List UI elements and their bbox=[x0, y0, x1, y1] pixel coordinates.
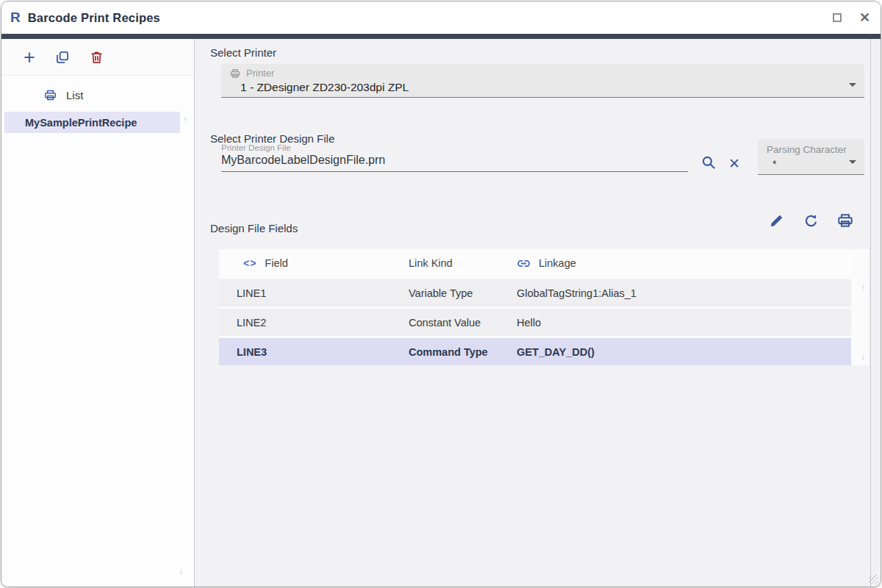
clear-file-button[interactable]: ✕ bbox=[728, 155, 740, 172]
resize-grip-icon[interactable] bbox=[869, 575, 878, 584]
sidebar-item-list[interactable]: List bbox=[1, 82, 194, 108]
column-link-kind-label: Link Kind bbox=[409, 257, 453, 269]
sidebar-toolbar: + bbox=[1, 39, 194, 75]
titlebar: R Barcode Print Recipes ✕ bbox=[1, 1, 881, 34]
print-fields-button[interactable] bbox=[837, 212, 853, 229]
sidebar-item-recipe[interactable]: MySamplePrintRecipe bbox=[4, 112, 180, 133]
table-scroll-up-icon[interactable]: ↑ bbox=[861, 282, 866, 293]
cell-field: LINE1 bbox=[219, 287, 409, 299]
cell-link-kind: Command Type bbox=[409, 346, 517, 358]
clear-x-icon: ✕ bbox=[728, 155, 740, 172]
trash-icon bbox=[90, 50, 104, 65]
recipe-name: MySamplePrintRecipe bbox=[25, 117, 137, 129]
design-file-fields-heading: Design File Fields bbox=[210, 222, 298, 234]
sidebar-scroll-up-icon[interactable]: ↑ bbox=[183, 114, 188, 126]
sidebar: + bbox=[1, 39, 195, 587]
parsing-character-label: Parsing Character bbox=[767, 144, 864, 155]
close-icon[interactable]: ✕ bbox=[859, 11, 870, 24]
refresh-icon bbox=[803, 213, 819, 229]
delete-recipe-button[interactable] bbox=[90, 50, 104, 65]
pencil-icon bbox=[769, 213, 784, 229]
cell-field: LINE3 bbox=[219, 346, 409, 358]
window-title: Barcode Print Recipes bbox=[28, 11, 160, 25]
cell-field: LINE2 bbox=[219, 317, 409, 329]
copy-icon bbox=[55, 50, 70, 65]
title-divider-bar bbox=[1, 34, 881, 39]
column-linkage-label: Linkage bbox=[539, 257, 576, 269]
column-linkage: Linkage bbox=[517, 257, 851, 270]
cell-linkage: Hello bbox=[517, 317, 851, 329]
design-file-value: MyBarcodeLabelDesignFile.prn bbox=[221, 154, 688, 172]
maximize-icon[interactable] bbox=[833, 13, 842, 22]
window-scroll-track[interactable] bbox=[870, 39, 871, 587]
app-logo: R bbox=[10, 10, 21, 26]
table-row[interactable]: LINE3 Command Type GET_DAY_DD() bbox=[219, 338, 851, 365]
column-field: <> Field bbox=[219, 257, 409, 269]
link-icon bbox=[517, 257, 531, 270]
printer-selected-value: 1 - ZDesigner ZD230-203dpi ZPL bbox=[240, 81, 864, 94]
browse-file-button[interactable] bbox=[700, 154, 717, 171]
add-recipe-button[interactable]: + bbox=[24, 50, 35, 65]
printer-field-label: Printer bbox=[246, 68, 274, 79]
fields-table: <> Field Link Kind bbox=[219, 249, 869, 365]
select-printer-heading: Select Printer bbox=[210, 46, 276, 59]
refresh-fields-button[interactable] bbox=[803, 212, 819, 229]
chevron-down-icon bbox=[849, 160, 856, 164]
main-panel: Select Printer Printer 1 - ZDesigner ZD2… bbox=[195, 39, 881, 587]
chevron-down-icon bbox=[849, 83, 856, 87]
cell-linkage: GET_DAY_DD() bbox=[517, 346, 851, 358]
printer-dropdown[interactable]: Printer 1 - ZDesigner ZD230-203dpi ZPL bbox=[221, 64, 864, 98]
column-field-label: Field bbox=[265, 257, 287, 269]
column-link-kind: Link Kind bbox=[409, 257, 517, 269]
table-row[interactable]: LINE1 Variable Type GlobalTagString1:Ali… bbox=[219, 279, 851, 306]
fields-action-toolbar bbox=[768, 212, 853, 229]
code-icon: <> bbox=[243, 257, 257, 269]
sidebar-scroll-down-icon[interactable]: ↓ bbox=[179, 564, 184, 576]
printer-icon bbox=[837, 212, 853, 229]
table-row[interactable]: LINE2 Constant Value Hello bbox=[219, 309, 851, 336]
cell-link-kind: Constant Value bbox=[409, 317, 517, 329]
search-icon bbox=[700, 154, 717, 171]
cell-link-kind: Variable Type bbox=[409, 287, 517, 299]
window-controls: ✕ bbox=[833, 11, 870, 24]
table-scroll-down-icon[interactable]: ↓ bbox=[861, 351, 866, 362]
printer-icon bbox=[44, 89, 57, 101]
cell-linkage: GlobalTagString1:Alias_1 bbox=[517, 287, 851, 299]
printer-dropdown-label-row: Printer bbox=[230, 68, 864, 79]
app-window: R Barcode Print Recipes ✕ + bbox=[1, 1, 881, 587]
duplicate-recipe-button[interactable] bbox=[55, 50, 70, 65]
edit-fields-button[interactable] bbox=[768, 212, 784, 229]
parsing-character-dropdown[interactable]: Parsing Character * bbox=[758, 139, 864, 175]
list-item-label: List bbox=[66, 89, 83, 101]
design-file-input[interactable]: Printer Design File MyBarcodeLabelDesign… bbox=[221, 143, 688, 172]
recipe-list-panel: List MySamplePrintRecipe ↑ ↓ bbox=[1, 75, 194, 587]
printer-icon bbox=[230, 68, 240, 79]
fields-table-header: <> Field Link Kind bbox=[219, 249, 851, 277]
design-file-field-label: Printer Design File bbox=[221, 143, 688, 152]
plus-icon: + bbox=[24, 50, 35, 65]
